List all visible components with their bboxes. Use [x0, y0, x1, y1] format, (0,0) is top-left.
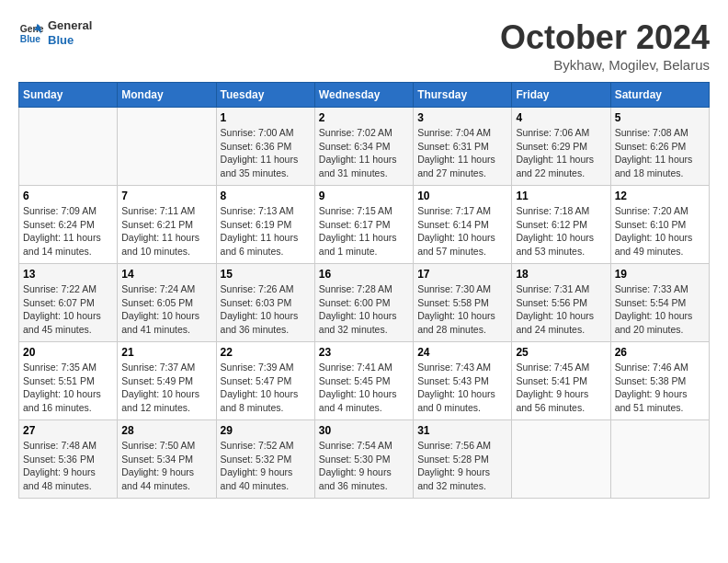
day-number: 30	[319, 424, 409, 437]
day-detail: Sunrise: 7:43 AMSunset: 5:43 PMDaylight:…	[417, 361, 507, 415]
calendar-week-4: 20 Sunrise: 7:35 AMSunset: 5:51 PMDaylig…	[19, 342, 710, 420]
calendar-cell: 22 Sunrise: 7:39 AMSunset: 5:47 PMDaylig…	[216, 342, 314, 420]
calendar-cell	[118, 108, 216, 186]
month-title: October 2024	[500, 18, 710, 57]
calendar-week-1: 1 Sunrise: 7:00 AMSunset: 6:36 PMDayligh…	[19, 108, 710, 186]
calendar-cell: 16 Sunrise: 7:28 AMSunset: 6:00 PMDaylig…	[314, 264, 413, 342]
day-number: 31	[417, 424, 507, 437]
day-detail: Sunrise: 7:26 AMSunset: 6:03 PMDaylight:…	[221, 282, 311, 337]
calendar-cell: 7 Sunrise: 7:11 AMSunset: 6:21 PMDayligh…	[118, 186, 216, 264]
calendar-cell: 17 Sunrise: 7:30 AMSunset: 5:58 PMDaylig…	[414, 264, 512, 342]
day-header-friday: Friday	[512, 83, 610, 108]
calendar-cell	[19, 108, 118, 186]
day-number: 9	[319, 190, 409, 202]
day-number: 19	[615, 268, 705, 281]
day-detail: Sunrise: 7:31 AMSunset: 5:56 PMDaylight:…	[516, 282, 606, 337]
day-detail: Sunrise: 7:06 AMSunset: 6:29 PMDaylight:…	[516, 126, 606, 180]
day-number: 5	[615, 111, 705, 124]
calendar-cell: 2 Sunrise: 7:02 AMSunset: 6:34 PMDayligh…	[314, 108, 413, 186]
calendar-cell: 26 Sunrise: 7:46 AMSunset: 5:38 PMDaylig…	[610, 342, 709, 420]
day-number: 1	[221, 111, 311, 124]
calendar-cell: 14 Sunrise: 7:24 AMSunset: 6:05 PMDaylig…	[118, 264, 216, 342]
day-number: 3	[417, 111, 507, 124]
day-detail: Sunrise: 7:35 AMSunset: 5:51 PMDaylight:…	[23, 361, 113, 415]
page-header: General Blue General Blue October 2024 B…	[18, 18, 710, 73]
calendar-cell: 4 Sunrise: 7:06 AMSunset: 6:29 PMDayligh…	[512, 108, 610, 186]
day-detail: Sunrise: 7:22 AMSunset: 6:07 PMDaylight:…	[23, 282, 113, 337]
day-detail: Sunrise: 7:30 AMSunset: 5:58 PMDaylight:…	[417, 282, 507, 337]
day-number: 6	[23, 190, 113, 202]
day-detail: Sunrise: 7:45 AMSunset: 5:41 PMDaylight:…	[516, 361, 606, 415]
day-detail: Sunrise: 7:09 AMSunset: 6:24 PMDaylight:…	[23, 204, 113, 259]
calendar-cell: 29 Sunrise: 7:52 AMSunset: 5:32 PMDaylig…	[216, 420, 314, 499]
day-number: 20	[23, 346, 113, 359]
day-number: 26	[615, 346, 705, 359]
calendar-cell: 27 Sunrise: 7:48 AMSunset: 5:36 PMDaylig…	[19, 420, 118, 499]
day-detail: Sunrise: 7:50 AMSunset: 5:34 PMDaylight:…	[121, 439, 211, 493]
calendar-cell: 9 Sunrise: 7:15 AMSunset: 6:17 PMDayligh…	[314, 186, 413, 264]
day-detail: Sunrise: 7:39 AMSunset: 5:47 PMDaylight:…	[221, 361, 311, 415]
day-header-saturday: Saturday	[610, 83, 709, 108]
calendar-cell: 6 Sunrise: 7:09 AMSunset: 6:24 PMDayligh…	[19, 186, 118, 264]
calendar-header-row: SundayMondayTuesdayWednesdayThursdayFrid…	[19, 83, 710, 108]
calendar-cell: 12 Sunrise: 7:20 AMSunset: 6:10 PMDaylig…	[610, 186, 709, 264]
day-detail: Sunrise: 7:48 AMSunset: 5:36 PMDaylight:…	[23, 439, 113, 493]
day-number: 12	[615, 190, 705, 202]
calendar-cell: 30 Sunrise: 7:54 AMSunset: 5:30 PMDaylig…	[314, 420, 413, 499]
day-header-tuesday: Tuesday	[216, 83, 314, 108]
day-detail: Sunrise: 7:56 AMSunset: 5:28 PMDaylight:…	[417, 439, 507, 493]
day-detail: Sunrise: 7:00 AMSunset: 6:36 PMDaylight:…	[221, 126, 311, 180]
day-number: 4	[516, 111, 606, 124]
location: Bykhaw, Mogilev, Belarus	[500, 57, 710, 73]
day-detail: Sunrise: 7:13 AMSunset: 6:19 PMDaylight:…	[221, 204, 311, 259]
day-number: 25	[516, 346, 606, 359]
calendar-cell: 8 Sunrise: 7:13 AMSunset: 6:19 PMDayligh…	[216, 186, 314, 264]
day-detail: Sunrise: 7:18 AMSunset: 6:12 PMDaylight:…	[516, 204, 606, 259]
day-detail: Sunrise: 7:28 AMSunset: 6:00 PMDaylight:…	[319, 282, 409, 337]
day-detail: Sunrise: 7:33 AMSunset: 5:54 PMDaylight:…	[615, 282, 705, 337]
calendar-cell	[610, 420, 709, 499]
logo: General Blue General Blue	[18, 18, 92, 47]
day-number: 15	[221, 268, 311, 281]
logo-icon: General Blue	[18, 20, 44, 46]
calendar-cell: 19 Sunrise: 7:33 AMSunset: 5:54 PMDaylig…	[610, 264, 709, 342]
calendar-cell: 15 Sunrise: 7:26 AMSunset: 6:03 PMDaylig…	[216, 264, 314, 342]
day-detail: Sunrise: 7:11 AMSunset: 6:21 PMDaylight:…	[121, 204, 211, 259]
day-number: 18	[516, 268, 606, 281]
day-number: 24	[417, 346, 507, 359]
logo-text-general: General	[48, 18, 92, 33]
calendar-cell: 11 Sunrise: 7:18 AMSunset: 6:12 PMDaylig…	[512, 186, 610, 264]
calendar-cell: 3 Sunrise: 7:04 AMSunset: 6:31 PMDayligh…	[414, 108, 512, 186]
day-detail: Sunrise: 7:41 AMSunset: 5:45 PMDaylight:…	[319, 361, 409, 415]
calendar-week-2: 6 Sunrise: 7:09 AMSunset: 6:24 PMDayligh…	[19, 186, 710, 264]
svg-text:Blue: Blue	[20, 34, 41, 44]
day-number: 21	[121, 346, 211, 359]
calendar-cell: 31 Sunrise: 7:56 AMSunset: 5:28 PMDaylig…	[414, 420, 512, 499]
title-block: October 2024 Bykhaw, Mogilev, Belarus	[500, 18, 710, 73]
day-number: 11	[516, 190, 606, 202]
day-number: 14	[121, 268, 211, 281]
day-number: 29	[221, 424, 311, 437]
day-detail: Sunrise: 7:04 AMSunset: 6:31 PMDaylight:…	[417, 126, 507, 180]
day-number: 13	[23, 268, 113, 281]
day-number: 17	[417, 268, 507, 281]
day-number: 23	[319, 346, 409, 359]
day-header-wednesday: Wednesday	[314, 83, 413, 108]
calendar-cell: 21 Sunrise: 7:37 AMSunset: 5:49 PMDaylig…	[118, 342, 216, 420]
day-header-sunday: Sunday	[19, 83, 118, 108]
day-header-monday: Monday	[118, 83, 216, 108]
calendar-cell: 13 Sunrise: 7:22 AMSunset: 6:07 PMDaylig…	[19, 264, 118, 342]
day-detail: Sunrise: 7:52 AMSunset: 5:32 PMDaylight:…	[221, 439, 311, 493]
calendar-cell: 5 Sunrise: 7:08 AMSunset: 6:26 PMDayligh…	[610, 108, 709, 186]
day-number: 2	[319, 111, 409, 124]
day-number: 28	[121, 424, 211, 437]
calendar-cell: 1 Sunrise: 7:00 AMSunset: 6:36 PMDayligh…	[216, 108, 314, 186]
day-header-thursday: Thursday	[414, 83, 512, 108]
day-number: 10	[417, 190, 507, 202]
calendar-cell: 24 Sunrise: 7:43 AMSunset: 5:43 PMDaylig…	[414, 342, 512, 420]
day-detail: Sunrise: 7:20 AMSunset: 6:10 PMDaylight:…	[615, 204, 705, 259]
day-detail: Sunrise: 7:08 AMSunset: 6:26 PMDaylight:…	[615, 126, 705, 180]
calendar-cell	[512, 420, 610, 499]
calendar-week-5: 27 Sunrise: 7:48 AMSunset: 5:36 PMDaylig…	[19, 420, 710, 499]
day-number: 22	[221, 346, 311, 359]
